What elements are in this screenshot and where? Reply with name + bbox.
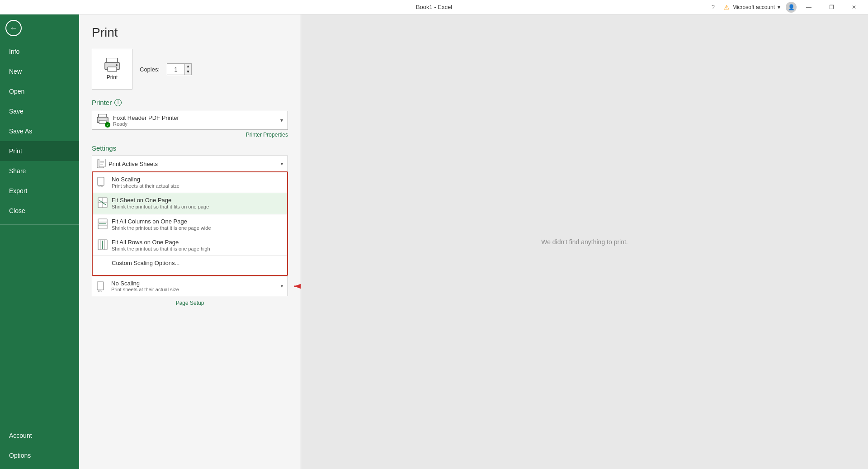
sidebar-item-save-as[interactable]: Save As	[0, 121, 79, 141]
fit-sheet-title: Fit Sheet on One Page	[112, 197, 283, 204]
copies-increment[interactable]: ▲	[185, 64, 191, 69]
title-bar: Book1 - Excel ? ⚠ Microsoft account ▾ 👤 …	[0, 0, 868, 14]
account-dropdown-arrow[interactable]: ▾	[778, 4, 780, 10]
svg-rect-12	[98, 177, 104, 185]
warning-icon: ⚠	[724, 4, 730, 11]
fit-rows-title: Fit All Rows on One Page	[112, 239, 283, 246]
copies-input-wrap: ▲ ▼	[167, 63, 192, 75]
scaling-option-fit-rows[interactable]: Fit All Rows on One Page Shrink the prin…	[93, 235, 287, 256]
sidebar-item-new[interactable]: New	[0, 62, 79, 81]
selected-scaling-icon: 100	[97, 280, 108, 292]
printer-properties-link[interactable]: Printer Properties	[92, 132, 288, 138]
back-circle-icon: ←	[5, 20, 22, 36]
restore-button[interactable]: ❐	[821, 0, 842, 14]
fit-rows-icon	[97, 239, 108, 251]
printer-ready-check: ✓	[105, 122, 110, 128]
fit-cols-title: Fit All Columns on One Page	[112, 218, 283, 225]
printer-icon-wrap: ✓	[97, 114, 109, 127]
custom-scaling-icon	[97, 260, 108, 271]
print-btn-label: Print	[107, 74, 118, 81]
active-sheets-icon	[97, 159, 106, 169]
help-button[interactable]: ?	[708, 4, 718, 10]
printer-name: Foxit Reader PDF Printer	[113, 114, 277, 121]
printer-info-icon[interactable]: i	[114, 99, 122, 106]
window-title: Book1 - Excel	[416, 4, 452, 10]
print-panel: Print Print Copies: ▲	[79, 14, 301, 469]
sidebar-item-options[interactable]: Options	[0, 445, 79, 465]
printer-section-label: Printer i	[92, 99, 288, 106]
no-scaling-desc: Print sheets at their actual size	[112, 183, 283, 189]
back-button[interactable]: ←	[0, 14, 27, 42]
no-scaling-icon: 100	[97, 176, 108, 188]
sidebar-divider	[0, 224, 79, 225]
no-print-message: We didn't find anything to print.	[541, 238, 628, 246]
printer-dropdown-arrow: ▾	[280, 117, 283, 123]
fit-sheet-icon	[97, 197, 108, 208]
annotation-arrow	[288, 277, 301, 295]
selected-scaling-title: No Scaling	[111, 280, 277, 287]
fit-cols-desc: Shrink the printout so that it is one pa…	[112, 225, 283, 231]
print-active-sheets-label: Print Active Sheets	[108, 161, 158, 167]
printer-icon	[104, 58, 120, 72]
scaling-dropdown-arrow: ▾	[281, 284, 283, 289]
close-button[interactable]: ✕	[844, 0, 864, 14]
sidebar-item-save[interactable]: Save	[0, 101, 79, 121]
sidebar-bottom: Account Options	[0, 426, 79, 469]
minimize-button[interactable]: —	[798, 0, 819, 14]
svg-rect-23	[97, 282, 104, 290]
scaling-selected-container: 100 No Scaling Print sheets at their act…	[92, 276, 288, 296]
sidebar-item-close[interactable]: Close	[0, 201, 79, 221]
svg-text:100: 100	[98, 289, 103, 292]
copies-decrement[interactable]: ▼	[185, 69, 191, 75]
scaling-option-fit-sheet[interactable]: Fit Sheet on One Page Shrink the printou…	[93, 193, 287, 213]
printer-info: Foxit Reader PDF Printer Ready	[113, 114, 277, 127]
printer-dropdown[interactable]: ✓ Foxit Reader PDF Printer Ready ▾	[92, 111, 288, 130]
no-scaling-title: No Scaling	[112, 176, 283, 183]
printer-status: Ready	[113, 121, 277, 127]
sidebar-item-print[interactable]: Print	[0, 141, 79, 161]
print-active-sheets-row[interactable]: Print Active Sheets ▾	[92, 156, 288, 171]
scaling-options-dropdown: 100 No Scaling Print sheets at their act…	[92, 171, 288, 276]
copies-spinners: ▲ ▼	[184, 64, 191, 75]
main-layout: ← Info New Open Save Save As Print Share…	[0, 14, 868, 469]
sidebar-item-export[interactable]: Export	[0, 181, 79, 201]
svg-rect-2	[108, 67, 117, 71]
sidebar-item-account[interactable]: Account	[0, 426, 79, 445]
svg-point-3	[116, 64, 118, 66]
print-active-sheets-arrow: ▾	[281, 161, 283, 166]
custom-scaling-title: Custom Scaling Options...	[112, 260, 283, 266]
fit-sheet-desc: Shrink the printout so that it fits on o…	[112, 204, 283, 210]
preview-area: We didn't find anything to print.	[301, 14, 868, 469]
sidebar: ← Info New Open Save Save As Print Share…	[0, 14, 79, 469]
content-area: Print Print Copies: ▲	[79, 14, 868, 469]
print-button[interactable]: Print	[92, 49, 132, 90]
scaling-option-fit-cols[interactable]: Fit All Columns on One Page Shrink the p…	[93, 214, 287, 235]
settings-section-label: Settings	[92, 144, 288, 152]
print-title: Print	[92, 25, 288, 40]
avatar[interactable]: 👤	[786, 2, 797, 13]
fit-cols-icon	[97, 218, 108, 230]
svg-text:100: 100	[98, 185, 103, 188]
scaling-option-custom[interactable]: Custom Scaling Options...	[93, 256, 287, 275]
microsoft-account[interactable]: ⚠ Microsoft account ▾	[720, 4, 784, 11]
scaling-selected-row[interactable]: 100 No Scaling Print sheets at their act…	[92, 276, 288, 296]
sidebar-item-share[interactable]: Share	[0, 161, 79, 181]
copies-label: Copies:	[140, 66, 160, 73]
page-setup-link[interactable]: Page Setup	[92, 300, 288, 306]
sidebar-item-info[interactable]: Info	[0, 42, 79, 62]
fit-rows-desc: Shrink the printout so that it is one pa…	[112, 246, 283, 252]
scaling-option-no-scaling[interactable]: 100 No Scaling Print sheets at their act…	[93, 172, 287, 193]
sidebar-item-open[interactable]: Open	[0, 81, 79, 101]
account-label: Microsoft account	[732, 4, 775, 10]
selected-scaling-desc: Print sheets at their actual size	[111, 287, 277, 292]
copies-input[interactable]	[167, 64, 184, 75]
sidebar-nav: Info New Open Save Save As Print Share E…	[0, 42, 79, 469]
copies-row: Print Copies: ▲ ▼	[92, 49, 288, 90]
